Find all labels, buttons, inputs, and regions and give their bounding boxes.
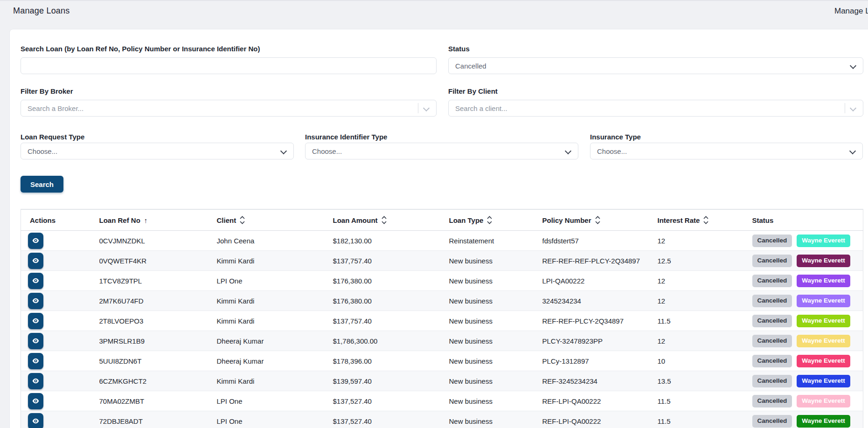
interest-rate-cell: 11.5: [658, 391, 752, 411]
eye-icon: [32, 237, 40, 244]
table-header-row: Actions Loan Ref No ↑ Client Loan Amount: [21, 209, 863, 231]
chevron-down-icon: [849, 148, 856, 154]
client-cell: John Ceena: [217, 231, 333, 251]
actions-cell: [21, 371, 99, 391]
interest-rate-cell: 12: [658, 231, 752, 251]
loan-type-cell: New business: [449, 271, 542, 291]
loan-ref-cell: 0CVJMNZDKL: [99, 231, 217, 251]
table-row: 0CVJMNZDKL John Ceena $182,130.00 Reinst…: [21, 231, 863, 251]
loan-ref-cell: 70MA02ZMBT: [99, 391, 217, 411]
assignee-badge: Wayne Everett: [797, 395, 850, 407]
view-loan-button[interactable]: [28, 313, 43, 329]
policy-number-cell: PLCY-32478923PP: [542, 331, 658, 351]
col-header-actions: Actions: [21, 209, 99, 231]
col-header-status: Status: [752, 209, 863, 231]
loan-request-type-select[interactable]: Choose...: [21, 143, 294, 159]
policy-number-cell: LPI-QA00222: [542, 271, 658, 291]
assignee-badge: Wayne Everett: [797, 295, 850, 307]
policy-number-cell: REF-3245234234: [542, 371, 658, 391]
view-loan-button[interactable]: [28, 373, 43, 389]
client-cell: Kimmi Kardi: [217, 311, 333, 331]
status-cell: Cancelled Wayne Everett: [752, 331, 863, 351]
actions-cell: [21, 351, 99, 371]
view-loan-button[interactable]: [28, 393, 43, 409]
interest-rate-cell: 11.5: [658, 411, 752, 428]
interest-rate-cell: 12: [658, 291, 752, 311]
broker-select-placeholder: Search a Broker...: [28, 104, 83, 112]
filters-card: Search Loan (by Loan Ref No, Policy Numb…: [9, 29, 868, 428]
actions-cell: [21, 411, 99, 428]
client-cell: LPI One: [217, 391, 333, 411]
chevron-down-icon: [850, 62, 856, 69]
actions-cell: [21, 231, 99, 251]
status-select[interactable]: Cancelled: [448, 57, 863, 74]
col-header-interest-rate[interactable]: Interest Rate: [658, 209, 752, 231]
insurance-identifier-type-label: Insurance Identifier Type: [305, 133, 387, 141]
loan-type-cell: New business: [449, 411, 542, 428]
col-header-policy-number[interactable]: Policy Number: [542, 209, 658, 231]
policy-number-cell: REF-REF-REF-PLCY-2Q34897: [542, 251, 658, 271]
status-badge: Cancelled: [752, 375, 792, 387]
status-cell: Cancelled Wayne Everett: [752, 391, 863, 411]
manage-loans-page: Manage Loans Manage Loa Search Loan (by …: [0, 0, 868, 428]
status-badge: Cancelled: [752, 295, 792, 307]
insurance-type-select[interactable]: Choose...: [590, 143, 863, 159]
client-cell: LPI One: [217, 411, 333, 428]
col-header-loan-ref[interactable]: Loan Ref No ↑: [99, 209, 217, 231]
policy-number-cell: 3245234234: [542, 291, 658, 311]
table-row: 3PMRSLR1B9 Dheeraj Kumar $1,786,300.00 N…: [21, 331, 863, 351]
view-loan-button[interactable]: [28, 273, 43, 289]
view-loan-button[interactable]: [28, 293, 43, 309]
interest-rate-cell: 11.5: [658, 311, 752, 331]
loans-table-body: 0CVJMNZDKL John Ceena $182,130.00 Reinst…: [21, 231, 863, 428]
loan-type-cell: New business: [449, 311, 542, 331]
col-header-loan-type[interactable]: Loan Type: [449, 209, 542, 231]
broker-select[interactable]: Search a Broker...: [21, 100, 437, 117]
policy-number-cell: PLCy-1312897: [542, 351, 658, 371]
search-loan-input[interactable]: [21, 57, 437, 74]
actions-cell: [21, 251, 99, 271]
assignee-badge: Wayne Everett: [797, 275, 850, 287]
loan-amount-cell: $137,757.40: [333, 311, 449, 331]
loan-amount-cell: $137,527.40: [333, 391, 449, 411]
client-select[interactable]: Search a client...: [448, 100, 863, 117]
sort-both-icon: [703, 216, 708, 224]
assignee-badge: Wayne Everett: [797, 375, 850, 387]
interest-rate-cell: 12: [658, 331, 752, 351]
insurance-identifier-type-select[interactable]: Choose...: [305, 143, 578, 159]
status-cell: Cancelled Wayne Everett: [752, 411, 863, 428]
status-badge: Cancelled: [752, 235, 792, 247]
table-row: 2T8LVOEPO3 Kimmi Kardi $137,757.40 New b…: [21, 311, 863, 331]
eye-icon: [32, 297, 40, 304]
view-loan-button[interactable]: [28, 333, 43, 349]
breadcrumb: Manage Loa: [834, 7, 868, 16]
select-divider: [418, 103, 418, 113]
col-header-loan-amount[interactable]: Loan Amount: [333, 209, 449, 231]
col-header-client[interactable]: Client: [217, 209, 333, 231]
view-loan-button[interactable]: [28, 253, 43, 269]
client-select-placeholder: Search a client...: [455, 104, 507, 112]
assignee-badge: Wayne Everett: [797, 315, 850, 327]
status-cell: Cancelled Wayne Everett: [752, 271, 863, 291]
loan-amount-cell: $182,130.00: [333, 231, 449, 251]
insurance-type-label: Insurance Type: [590, 133, 641, 141]
status-cell: Cancelled Wayne Everett: [752, 351, 863, 371]
select-divider: [845, 103, 845, 113]
table-row: 70MA02ZMBT LPI One $137,527.40 New busin…: [21, 391, 863, 411]
actions-cell: [21, 291, 99, 311]
eye-icon: [32, 257, 40, 264]
loan-amount-cell: $176,380.00: [333, 271, 449, 291]
loan-amount-cell: $176,380.00: [333, 291, 449, 311]
loan-type-cell: New business: [449, 251, 542, 271]
view-loan-button[interactable]: [28, 233, 43, 249]
table-row: 5UUI8ZDN6T Dheeraj Kumar $178,396.00 New…: [21, 351, 863, 371]
loan-type-cell: New business: [449, 331, 542, 351]
status-badge: Cancelled: [752, 355, 792, 367]
status-badge: Cancelled: [752, 275, 792, 287]
chevron-down-icon: [423, 105, 430, 111]
view-loan-button[interactable]: [28, 353, 43, 369]
search-button[interactable]: Search: [21, 176, 63, 193]
eye-icon: [32, 417, 40, 425]
loan-amount-cell: $139,597.40: [333, 371, 449, 391]
view-loan-button[interactable]: [28, 413, 43, 428]
